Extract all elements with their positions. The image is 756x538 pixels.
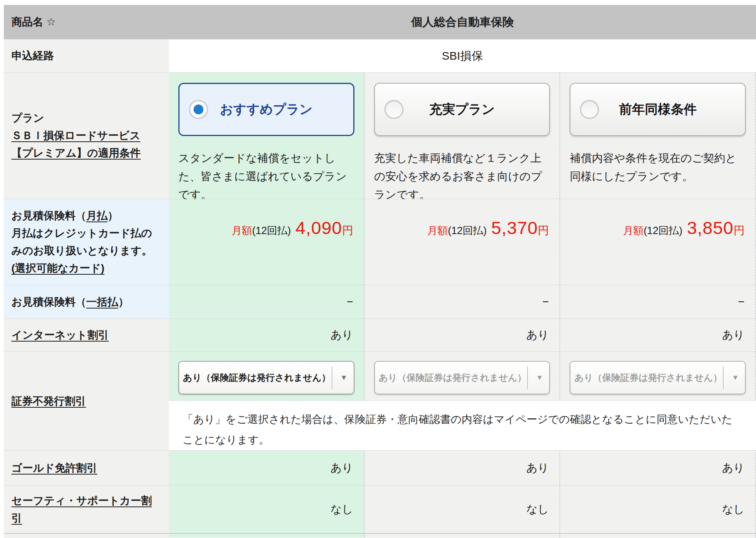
dropdown-divider: [527, 366, 528, 389]
dropdown-value: あり（保険証券は発行されません）: [379, 372, 527, 384]
chevron-down-icon: ▼: [732, 373, 739, 382]
certificate-discount-label: 証券不発行割引: [4, 352, 169, 450]
price-amount: 4,090: [295, 217, 342, 238]
price-amount: 5,370: [491, 217, 538, 238]
clipped-next-row: [4, 533, 756, 538]
dropdown-value: あり（保険証券は発行されません）: [183, 372, 331, 384]
plan-button-enhanced[interactable]: 充実プラン: [374, 83, 550, 136]
chevron-down-icon: ▼: [340, 373, 348, 382]
certificate-consent-note: 「あり」をご選択された場合は、保険証券・意向確認書の内容はマイページでの確認とな…: [169, 400, 756, 450]
price-amount: 3,850: [687, 217, 734, 238]
internet-discount-label: インターネット割引: [4, 319, 169, 351]
premium-conditions-link[interactable]: 【プレミアム】の適用条件: [11, 144, 161, 162]
lump-premium-row: お見積保険料（一括払） − − −: [4, 285, 756, 318]
chevron-down-icon: ▼: [536, 373, 543, 382]
plan-column-enhanced: 充実プラン 充実した車両補償など１ランク上の安心を求めるお客さま向けのプランです…: [365, 73, 561, 199]
plan-row-label: プラン ＳＢＩ損保ロードサービス 【プレミアム】の適用条件: [4, 73, 169, 199]
monthly-price-same-as-last-year: 月額 (12回払) 3,850 円: [560, 199, 756, 285]
lump-premium-label: お見積保険料（一括払）: [4, 285, 169, 318]
plan-column-recommended: おすすめプラン スタンダードな補償をセットした、皆さまに選ばれているプランです。: [169, 73, 365, 199]
monthly-premium-label: お見積保険料（月払） 月払はクレジットカード払の みのお取り扱いとなります。 (…: [4, 199, 169, 285]
safety-support-label: セーフティ・サポートカー割引: [4, 486, 169, 533]
plan-button-label: おすすめプラン: [220, 101, 313, 118]
safety-support-discount-row: セーフティ・サポートカー割引 なし なし なし: [4, 485, 756, 533]
credit-card-note-line1: 月払はクレジットカード払の: [11, 225, 161, 242]
gold-license-recommended: あり: [169, 451, 365, 485]
internet-discount-enhanced: あり: [365, 319, 561, 351]
certificate-cell-enhanced: あり（保険証券は発行されません） ▼: [365, 352, 561, 400]
monthly-price-enhanced: 月額 (12回払) 5,370 円: [365, 199, 561, 285]
dropdown-value: あり（保険証券は発行されません）: [574, 372, 722, 384]
gold-license-label: ゴールド免許割引: [4, 451, 169, 485]
certificate-dropdown-subrow: あり（保険証券は発行されません） ▼ あり（保険証券は発行されません） ▼ あり…: [169, 352, 756, 400]
monthly-price-recommended: 月額 (12回払) 4,090 円: [169, 199, 365, 285]
road-service-link[interactable]: ＳＢＩ損保ロードサービス: [11, 127, 161, 144]
product-name: 個人総合自動車保険: [411, 14, 514, 30]
certificate-discount-row: 証券不発行割引 あり（保険証券は発行されません） ▼ あり（保険証券は発行されま…: [4, 351, 756, 450]
certificate-cell-recommended: あり（保険証券は発行されません） ▼: [169, 352, 365, 400]
internet-discount-link[interactable]: インターネット割引: [11, 326, 161, 344]
plan-column-same-as-last-year: 前年同様条件 補償内容や条件を現在のご契約と同様にしたプランです。: [560, 73, 756, 199]
radio-unselected-icon[interactable]: [580, 100, 599, 119]
insurance-comparison-table: 商品名 ☆ 個人総合自動車保険 申込経路 SBI損保 プラン ＳＢＩ損保ロードサ…: [4, 5, 756, 538]
gold-license-discount-row: ゴールド免許割引 あり あり あり: [4, 450, 756, 485]
plan-button-same-as-last-year[interactable]: 前年同様条件: [570, 83, 746, 136]
price-line: 月額 (12回払) 4,090 円: [232, 217, 353, 238]
safety-support-same-as-last-year: なし: [560, 486, 756, 533]
route-value-cell: SBI損保: [169, 40, 756, 72]
plan-description: 補償内容や条件を現在のご契約と同様にしたプランです。: [570, 149, 746, 185]
product-label: 商品名 ☆: [4, 5, 169, 39]
lump-value-same-as-last-year: −: [560, 285, 756, 318]
credit-card-note-line2: みのお取り扱いとなります。: [11, 242, 161, 260]
certificate-dropdown-same-as-last-year: あり（保険証券は発行されません） ▼: [570, 361, 746, 394]
route-label: 申込経路: [4, 40, 169, 72]
gold-license-same-as-last-year: あり: [560, 451, 756, 485]
dropdown-divider: [332, 366, 332, 389]
plan-label: プラン: [11, 109, 161, 127]
monthly-premium-title: お見積保険料（月払）: [11, 207, 161, 225]
plan-button-recommended[interactable]: おすすめプラン: [178, 83, 354, 136]
certificate-dropdown-recommended[interactable]: あり（保険証券は発行されません） ▼: [178, 361, 354, 394]
product-name-cell: 個人総合自動車保険: [169, 5, 756, 39]
internet-discount-recommended: あり: [169, 319, 365, 351]
certificate-discount-content: あり（保険証券は発行されません） ▼ あり（保険証券は発行されません） ▼ あり…: [169, 352, 756, 450]
monthly-premium-row: お見積保険料（月払） 月払はクレジットカード払の みのお取り扱いとなります。 (…: [4, 199, 756, 285]
route-value: SBI損保: [442, 48, 483, 64]
price-line: 月額 (12回払) 5,370 円: [427, 217, 549, 238]
application-route-row: 申込経路 SBI損保: [4, 39, 756, 72]
certificate-dropdown-enhanced: あり（保険証券は発行されません） ▼: [374, 361, 550, 394]
plan-button-label: 充実プラン: [429, 101, 495, 118]
internet-discount-row: インターネット割引 あり あり あり: [4, 318, 756, 351]
safety-support-enhanced: なし: [365, 486, 561, 533]
lump-value-recommended: −: [169, 285, 365, 318]
certificate-discount-link[interactable]: 証券不発行割引: [11, 392, 161, 410]
radio-selected-icon[interactable]: [189, 100, 208, 119]
price-line: 月額 (12回払) 3,850 円: [623, 217, 745, 238]
plan-description: スタンダードな補償をセットした、皆さまに選ばれているプランです。: [178, 149, 354, 204]
product-header-row: 商品名 ☆ 個人総合自動車保険: [4, 5, 756, 39]
internet-discount-same-as-last-year: あり: [560, 319, 756, 351]
plan-button-label: 前年同様条件: [619, 101, 697, 118]
plan-row: プラン ＳＢＩ損保ロードサービス 【プレミアム】の適用条件 おすすめプラン スタ…: [4, 72, 756, 199]
dropdown-divider: [723, 366, 724, 389]
plan-description: 充実した車両補償など１ランク上の安心を求めるお客さま向けのプランです。: [374, 149, 550, 204]
lump-pay-link[interactable]: 一括払: [86, 296, 118, 308]
lump-premium-title: お見積保険料（一括払）: [11, 293, 161, 311]
safety-support-recommended: なし: [169, 486, 365, 533]
safety-support-link[interactable]: セーフティ・サポートカー割引: [11, 492, 161, 527]
certificate-cell-same-as-last-year: あり（保険証券は発行されません） ▼: [560, 352, 756, 400]
monthly-pay-link[interactable]: 月払: [86, 210, 108, 222]
radio-unselected-icon[interactable]: [384, 100, 403, 119]
gold-license-enhanced: あり: [365, 451, 561, 485]
selectable-cards-link[interactable]: (選択可能なカード): [11, 260, 161, 277]
lump-value-enhanced: −: [365, 285, 561, 318]
gold-license-link[interactable]: ゴールド免許割引: [11, 459, 161, 477]
